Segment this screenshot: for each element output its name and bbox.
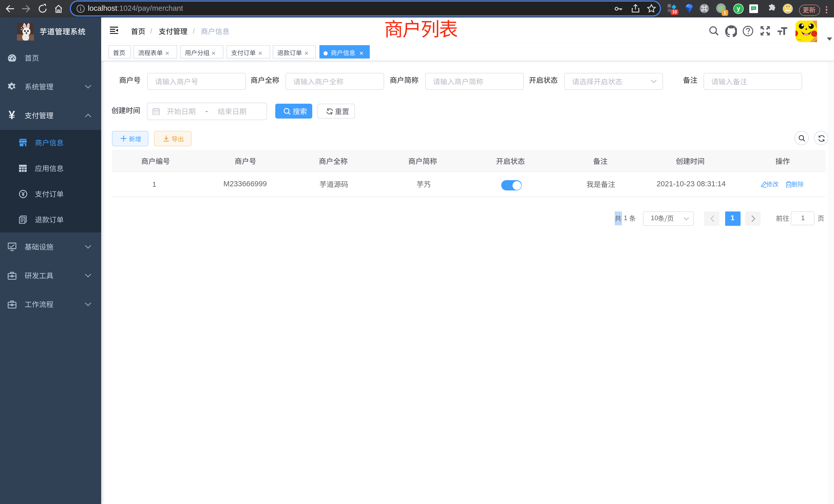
- svg-text:y: y: [737, 5, 740, 12]
